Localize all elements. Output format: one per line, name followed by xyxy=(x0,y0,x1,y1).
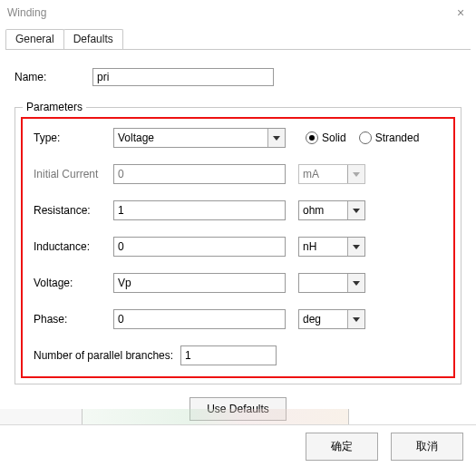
voltage-unit-combo[interactable] xyxy=(298,273,365,293)
parameters-highlight: Type: Voltage Solid xyxy=(21,117,455,378)
phase-unit-combo[interactable]: deg xyxy=(298,309,365,329)
phase-label: Phase: xyxy=(34,313,113,326)
initial-current-label: Initial Current xyxy=(34,168,113,180)
name-label: Name: xyxy=(15,71,92,83)
initial-current-input xyxy=(113,164,286,184)
cancel-button[interactable]: 取消 xyxy=(391,433,463,461)
voltage-label: Voltage: xyxy=(34,277,113,289)
radio-solid-dot xyxy=(306,131,318,144)
initial-current-unit-combo: mA xyxy=(298,164,365,184)
initial-current-unit-value: mA xyxy=(299,165,347,183)
chevron-down-icon[interactable] xyxy=(347,238,364,256)
parameters-fieldset: Parameters Type: Voltage Solid xyxy=(15,101,461,384)
resistance-unit-value: ohm xyxy=(299,201,347,219)
chevron-down-icon[interactable] xyxy=(347,201,364,219)
voltage-input[interactable] xyxy=(113,273,286,293)
inductance-input[interactable] xyxy=(113,237,286,257)
inductance-unit-combo[interactable]: nH xyxy=(298,237,365,257)
branches-input[interactable] xyxy=(180,345,277,365)
tab-general[interactable]: General xyxy=(5,29,64,49)
name-row: Name: xyxy=(15,68,461,86)
chevron-down-icon[interactable] xyxy=(267,129,285,147)
parameters-legend: Parameters xyxy=(23,101,86,113)
radio-solid-label: Solid xyxy=(322,131,346,144)
chevron-down-icon[interactable] xyxy=(347,310,364,328)
tabstrip: General Defaults xyxy=(5,29,476,49)
resistance-unit-combo[interactable]: ohm xyxy=(298,200,365,220)
ok-button[interactable]: 确定 xyxy=(306,433,378,461)
chevron-down-icon xyxy=(347,165,364,183)
inductance-label: Inductance: xyxy=(34,240,113,253)
titlebar: Winding × xyxy=(0,0,476,25)
window-title: Winding xyxy=(7,6,46,19)
branches-label: Number of parallel branches: xyxy=(34,349,173,362)
background-strip xyxy=(0,409,476,425)
radio-stranded-label: Stranded xyxy=(375,131,420,144)
inductance-unit-value: nH xyxy=(299,238,347,256)
voltage-unit-value xyxy=(299,274,347,292)
radio-solid[interactable]: Solid xyxy=(306,131,346,144)
type-combo-value: Voltage xyxy=(114,129,267,147)
dialog-footer: 确定 取消 xyxy=(0,424,476,467)
resistance-input[interactable] xyxy=(113,200,286,220)
type-combo[interactable]: Voltage xyxy=(113,128,286,148)
tab-defaults[interactable]: Defaults xyxy=(63,29,123,49)
radio-stranded[interactable]: Stranded xyxy=(359,131,420,144)
type-label: Type: xyxy=(34,131,113,144)
close-icon[interactable]: × xyxy=(452,6,469,19)
chevron-down-icon[interactable] xyxy=(347,274,364,292)
tabpanel-general: Name: Parameters Type: Voltage xyxy=(0,50,476,421)
name-input[interactable] xyxy=(92,68,274,86)
phase-unit-value: deg xyxy=(299,310,347,328)
resistance-label: Resistance: xyxy=(34,204,113,217)
radio-stranded-dot xyxy=(359,131,372,144)
phase-input[interactable] xyxy=(113,309,286,329)
